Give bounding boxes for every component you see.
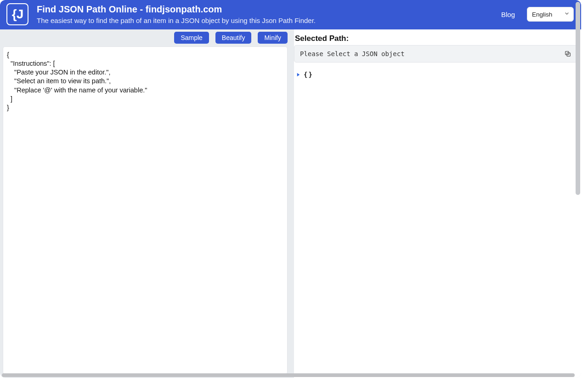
header-titles: Find JSON Path Online - findjsonpath.com… — [37, 4, 501, 25]
json-tree: {} — [294, 71, 577, 78]
blog-link[interactable]: Blog — [501, 11, 515, 18]
app-window: {J Find JSON Path Online - findjsonpath.… — [0, 0, 581, 378]
vertical-scrollbar[interactable] — [576, 2, 580, 195]
page-subtitle: The easiest way to find the path of an i… — [37, 16, 501, 25]
horizontal-scrollbar[interactable] — [2, 373, 575, 377]
editor-column: Sample Beautify Minify { "Instructions":… — [0, 29, 288, 378]
selected-path-label: Selected Path: — [295, 34, 577, 43]
minify-button[interactable]: Minify — [258, 32, 288, 44]
json-editor[interactable]: { "Instructions": [ "Paste your JSON in … — [3, 46, 288, 374]
page-title: Find JSON Path Online - findjsonpath.com — [37, 4, 501, 15]
result-column: Selected Path: Please Select a JSON obje… — [294, 29, 581, 378]
selected-path-value: Please Select a JSON object — [300, 50, 405, 57]
header-right: Blog English — [501, 7, 574, 22]
caret-right-icon[interactable] — [296, 72, 301, 77]
json-logo-icon: {J — [6, 3, 28, 25]
language-select[interactable]: English — [527, 7, 574, 22]
beautify-button[interactable]: Beautify — [215, 32, 252, 44]
sample-button[interactable]: Sample — [174, 32, 209, 44]
logo-text: {J — [12, 7, 23, 22]
chevron-down-icon — [564, 11, 570, 18]
selected-path-box: Please Select a JSON object — [294, 45, 577, 63]
main-content: Sample Beautify Minify { "Instructions":… — [0, 29, 581, 378]
svg-marker-2 — [297, 73, 300, 76]
app-header: {J Find JSON Path Online - findjsonpath.… — [0, 0, 581, 29]
copy-icon[interactable] — [564, 50, 571, 57]
language-selected-value: English — [532, 11, 552, 18]
tree-root-node[interactable]: {} — [304, 71, 313, 78]
editor-toolbar: Sample Beautify Minify — [3, 32, 288, 46]
